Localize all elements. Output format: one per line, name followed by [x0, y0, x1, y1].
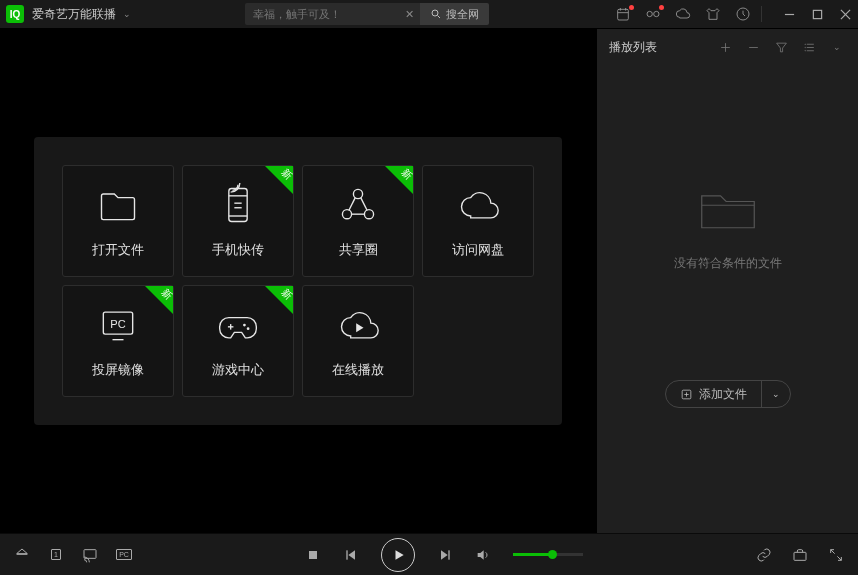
svg-point-18 [353, 189, 362, 198]
open-file-icon[interactable] [14, 547, 30, 563]
tile-label: 访问网盘 [452, 241, 504, 259]
search-input[interactable] [245, 3, 420, 25]
tile-0[interactable]: 打开文件 [62, 165, 174, 277]
svg-text:PC: PC [110, 318, 125, 330]
svg-rect-50 [346, 550, 347, 559]
app-menu-chevron-icon[interactable]: ⌄ [123, 9, 131, 19]
volume-slider[interactable] [513, 553, 583, 556]
tile-label: 手机快传 [212, 241, 264, 259]
link-icon[interactable] [756, 547, 772, 563]
tile-label: 共享圈 [339, 241, 378, 259]
empty-folder-icon [698, 185, 758, 237]
app-logo: IQ [6, 5, 24, 23]
history-icon[interactable] [735, 6, 751, 22]
toolbox-icon[interactable] [792, 547, 808, 563]
svg-point-40 [804, 47, 805, 48]
window-controls [782, 7, 852, 21]
svg-marker-35 [776, 43, 786, 52]
tile-3[interactable]: 访问网盘 [422, 165, 534, 277]
new-ribbon: 新 [385, 166, 413, 194]
svg-line-57 [837, 556, 841, 560]
fullscreen-icon[interactable] [828, 547, 844, 563]
new-ribbon: 新 [265, 286, 293, 314]
svg-line-56 [831, 549, 835, 553]
playlist-remove-icon[interactable] [744, 38, 762, 56]
pc-mode-icon[interactable]: PC [116, 547, 132, 563]
svg-line-22 [361, 198, 367, 211]
tile-6[interactable]: 在线播放 [302, 285, 414, 397]
maximize-button[interactable] [810, 7, 824, 21]
playlist-add-icon[interactable] [716, 38, 734, 56]
player-bar: 1 PC [0, 533, 858, 575]
svg-rect-10 [813, 10, 821, 18]
add-file-button[interactable]: 添加文件 ⌄ [665, 380, 791, 408]
svg-point-7 [654, 11, 659, 16]
app-title: 爱奇艺万能联播 [32, 6, 116, 23]
svg-point-0 [432, 10, 438, 16]
title-bar: IQ 爱奇艺万能联播 ⌄ ✕ 搜全网 [0, 0, 858, 29]
svg-point-20 [364, 210, 373, 219]
playlist-header: 播放列表 ⌄ [597, 29, 858, 65]
tile-2[interactable]: 共享圈新 [302, 165, 414, 277]
ratio-icon[interactable]: 1 [48, 547, 64, 563]
svg-point-6 [647, 11, 652, 16]
playlist-list-icon[interactable] [800, 38, 818, 56]
svg-point-41 [804, 50, 805, 51]
minimize-button[interactable] [782, 7, 796, 21]
skin-icon[interactable] [705, 6, 721, 22]
svg-point-29 [243, 324, 246, 327]
search-button[interactable]: 搜全网 [420, 3, 489, 25]
svg-rect-53 [448, 550, 449, 559]
new-ribbon: 新 [265, 166, 293, 194]
calendar-icon[interactable] [615, 6, 631, 22]
svg-marker-51 [396, 550, 404, 559]
search-clear-icon[interactable]: ✕ [402, 8, 416, 21]
tile-1[interactable]: 手机快传新 [182, 165, 294, 277]
svg-point-19 [342, 210, 351, 219]
add-file-dropdown-icon[interactable]: ⌄ [761, 380, 790, 408]
close-button[interactable] [838, 7, 852, 21]
svg-point-39 [804, 43, 805, 44]
playlist-title: 播放列表 [609, 39, 657, 56]
svg-marker-31 [356, 323, 363, 332]
play-button[interactable] [381, 538, 415, 572]
svg-rect-55 [794, 552, 806, 560]
search-button-label: 搜全网 [446, 7, 479, 22]
next-button[interactable] [437, 547, 453, 563]
playlist-collapse-icon[interactable]: ⌄ [828, 38, 846, 56]
playlist-empty-text: 没有符合条件的文件 [674, 255, 782, 272]
tile-label: 游戏中心 [212, 361, 264, 379]
tile-5[interactable]: 游戏中心新 [182, 285, 294, 397]
action-tile-panel: 打开文件手机快传新共享圈新访问网盘PC投屏镜像新游戏中心新在线播放 [34, 137, 562, 425]
transfer-icon[interactable] [645, 6, 661, 22]
volume-icon[interactable] [475, 547, 491, 563]
previous-button[interactable] [343, 547, 359, 563]
tile-label: 打开文件 [92, 241, 144, 259]
header-utility-icons [615, 6, 751, 22]
playlist-sidebar: 播放列表 ⌄ 没有符合条件的文件 添加文件 ⌄ [596, 29, 858, 533]
main-stage: 打开文件手机快传新共享圈新访问网盘PC投屏镜像新游戏中心新在线播放 [0, 29, 596, 533]
tile-label: 投屏镜像 [92, 361, 144, 379]
playlist-body: 没有符合条件的文件 添加文件 ⌄ [597, 65, 858, 533]
cloud-icon[interactable] [675, 6, 691, 22]
svg-rect-48 [309, 551, 317, 559]
playlist-filter-icon[interactable] [772, 38, 790, 56]
svg-line-21 [349, 198, 355, 211]
svg-marker-54 [478, 550, 484, 559]
new-ribbon: 新 [145, 286, 173, 314]
svg-marker-52 [441, 550, 448, 559]
svg-marker-49 [348, 550, 355, 559]
svg-rect-2 [618, 9, 629, 20]
tile-label: 在线播放 [332, 361, 384, 379]
stop-button[interactable] [305, 547, 321, 563]
cast-icon[interactable] [82, 547, 98, 563]
svg-line-1 [438, 16, 441, 19]
svg-point-30 [247, 327, 250, 330]
tile-4[interactable]: PC投屏镜像新 [62, 285, 174, 397]
add-file-label: 添加文件 [699, 386, 747, 403]
search-container: ✕ 搜全网 [245, 3, 489, 25]
